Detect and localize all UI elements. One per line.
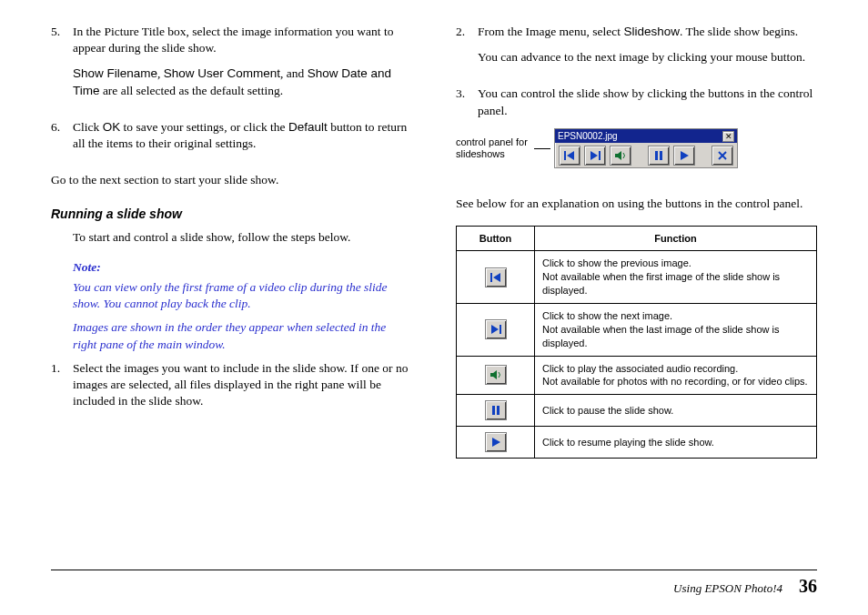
svg-rect-15 [492, 406, 495, 415]
svg-marker-4 [615, 151, 621, 160]
control-panel: EPSN0002.jpg ✕ [554, 128, 738, 169]
list-item: 3. You can control the slide show by cli… [456, 86, 817, 185]
svg-marker-12 [491, 325, 499, 334]
next-button [485, 319, 507, 339]
svg-rect-13 [500, 325, 501, 334]
step1-para: Select the images you want to include in… [73, 360, 412, 410]
pause-icon [490, 405, 501, 416]
footer-text: Using EPSON Photo!4 [673, 580, 782, 597]
see-below-para: See below for an explanation on using th… [456, 196, 817, 212]
table-row: Click to play the associated audio recor… [457, 356, 817, 395]
pause-button [485, 400, 507, 420]
func-desc: Click to play the associated audio recor… [535, 356, 817, 395]
ui-term: Show User Comment [164, 66, 280, 80]
svg-rect-6 [660, 151, 662, 160]
pause-button[interactable] [648, 146, 670, 166]
prev-button[interactable] [559, 146, 580, 166]
play-icon [490, 437, 501, 448]
svg-rect-0 [564, 151, 566, 160]
table-row: Click to pause the slide show. [457, 395, 817, 427]
svg-rect-5 [655, 151, 658, 160]
leader-line [534, 148, 550, 149]
button-function-table: Button Function Click to show the previo… [456, 226, 817, 459]
left-column: 5. In the Picture Title box, select the … [51, 24, 412, 459]
x-icon [717, 150, 728, 161]
next-button[interactable] [584, 146, 606, 166]
note-heading: Note: [73, 259, 412, 276]
svg-marker-17 [492, 438, 500, 447]
note-line: You can view only the first frame of a v… [73, 279, 412, 312]
skip-next-icon [589, 150, 601, 161]
page-number: 36 [799, 574, 817, 599]
skip-next-icon [490, 324, 502, 335]
func-desc: Click to pause the slide show. [535, 395, 817, 427]
pause-icon [653, 150, 664, 161]
skip-prev-icon [490, 272, 502, 283]
func-desc: Click to show the previous image. Not av… [535, 251, 817, 304]
th-button: Button [457, 226, 535, 251]
th-function: Function [535, 226, 817, 251]
panel-title-text: EPSN0002.jpg [558, 130, 618, 143]
ui-term: Slideshow [623, 25, 680, 38]
step5-para2: Show Filename, Show User Comment, and Sh… [73, 66, 412, 98]
table-row: Click to resume playing the slide show. [457, 427, 817, 459]
section-heading: Running a slide show [51, 206, 412, 223]
goto-para: Go to the next section to start your sli… [51, 172, 412, 188]
stop-close-button[interactable] [712, 146, 733, 166]
svg-rect-16 [497, 406, 500, 415]
step6-para: Click OK to save your settings, or click… [73, 119, 412, 152]
speaker-icon [614, 150, 627, 161]
play-button[interactable] [673, 146, 695, 166]
page-footer: Using EPSON Photo!4 36 [51, 570, 817, 599]
note-line: Images are shown in the order they appea… [73, 319, 412, 352]
svg-marker-1 [567, 151, 574, 160]
list-number: 6. [51, 119, 73, 161]
figure-caption: control panel for slideshows [456, 136, 532, 160]
speaker-icon [490, 369, 502, 380]
play-icon [679, 150, 690, 161]
play-button [485, 432, 507, 452]
step5-para1: In the Picture Title box, select the ima… [73, 24, 412, 56]
skip-prev-icon [563, 150, 576, 161]
list-item: 5. In the Picture Title box, select the … [51, 24, 412, 108]
note-block: Note: You can view only the first frame … [73, 259, 412, 353]
table-row: Click to show the previous image. Not av… [457, 251, 817, 304]
control-panel-figure: control panel for slideshows EPSN0002.jp… [456, 128, 817, 169]
svg-rect-10 [490, 273, 492, 282]
svg-marker-7 [681, 151, 689, 160]
func-desc: Click to resume playing the slide show. [535, 427, 817, 459]
list-number: 1. [51, 360, 73, 419]
panel-titlebar: EPSN0002.jpg ✕ [555, 129, 737, 144]
ui-term: OK [103, 120, 121, 134]
step2-para2: You can advance to the next image by cli… [478, 49, 817, 66]
audio-button[interactable] [610, 146, 631, 166]
prev-button [485, 267, 507, 287]
list-item: 2. From the Image menu, select Slideshow… [456, 24, 817, 75]
list-item: 6. Click OK to save your settings, or cl… [51, 119, 412, 161]
svg-marker-14 [490, 370, 497, 379]
list-number: 2. [456, 24, 478, 75]
audio-button [485, 365, 507, 385]
close-icon[interactable]: ✕ [722, 131, 734, 142]
intro-para: To start and control a slide show, follo… [73, 229, 412, 246]
ui-term: Default [288, 120, 328, 134]
list-number: 5. [51, 24, 73, 108]
right-column: 2. From the Image menu, select Slideshow… [456, 24, 817, 459]
step2-para1: From the Image menu, select Slideshow. T… [478, 24, 817, 40]
step3-para: You can control the slide show by clicki… [478, 86, 817, 118]
svg-rect-3 [599, 151, 601, 160]
svg-marker-2 [590, 151, 598, 160]
ui-term: Show Filename [73, 66, 157, 80]
table-row: Click to show the next image. Not availa… [457, 303, 817, 356]
func-desc: Click to show the next image. Not availa… [535, 303, 817, 356]
list-item: 1. Select the images you want to include… [51, 360, 412, 419]
svg-marker-11 [493, 273, 500, 282]
